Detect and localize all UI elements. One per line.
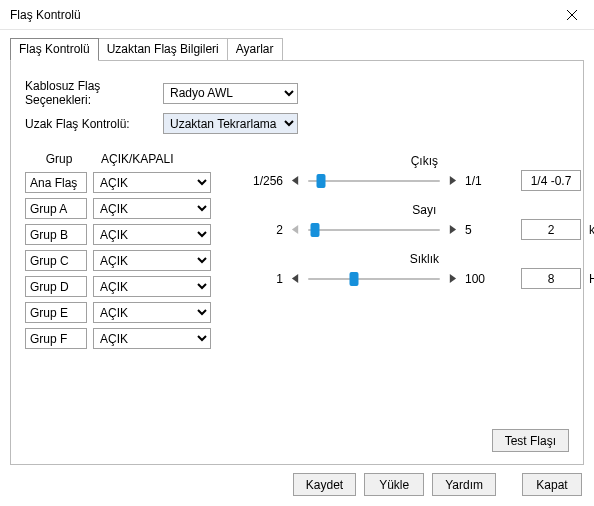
slider-freq-label: Sıklık	[241, 252, 594, 266]
tab-bar: Flaş Kontrolü Uzaktan Flaş Bilgileri Aya…	[0, 30, 594, 60]
window-title: Flaş Kontrolü	[10, 8, 81, 22]
group-name-main: Ana Flaş	[25, 172, 87, 193]
group-name-c: Grup C	[25, 250, 87, 271]
select-remote-control[interactable]: Uzaktan Tekrarlama	[163, 113, 298, 134]
slider-output-label: Çıkış	[241, 154, 594, 168]
slider-count-thumb[interactable]	[310, 223, 319, 237]
tab-flash-control[interactable]: Flaş Kontrolü	[10, 38, 99, 61]
svg-marker-5	[450, 225, 456, 234]
group-state-e[interactable]: AÇIK	[93, 302, 211, 323]
header-group: Grup	[25, 152, 93, 166]
svg-marker-2	[292, 176, 298, 185]
group-table-header: Grup AÇIK/KAPALI	[25, 152, 211, 166]
select-wireless-options[interactable]: Radyo AWL	[163, 83, 298, 104]
slider-count-value: 2	[521, 219, 581, 240]
slider-freq-decrement[interactable]	[287, 270, 304, 287]
save-button[interactable]: Kaydet	[293, 473, 356, 496]
slider-output-block: Çıkış 1/256 1/1 1/4 -0.7	[241, 154, 594, 191]
triangle-right-icon	[448, 225, 457, 234]
slider-output-track[interactable]	[308, 172, 440, 190]
group-row-c: Grup C AÇIK	[25, 250, 211, 271]
close-button[interactable]: Kapat	[522, 473, 582, 496]
group-row-b: Grup B AÇIK	[25, 224, 211, 245]
dialog-button-bar: Kaydet Yükle Yardım Kapat	[0, 465, 594, 496]
slider-freq-track[interactable]	[308, 270, 440, 288]
group-name-b: Grup B	[25, 224, 87, 245]
slider-freq-increment[interactable]	[444, 270, 461, 287]
triangle-right-icon	[448, 176, 457, 185]
slider-freq-unit: Hz	[589, 272, 594, 286]
group-state-d[interactable]: AÇIK	[93, 276, 211, 297]
group-name-d: Grup D	[25, 276, 87, 297]
label-remote-control: Uzak Flaş Kontrolü:	[25, 117, 163, 131]
group-row-a: Grup A AÇIK	[25, 198, 211, 219]
group-name-a: Grup A	[25, 198, 87, 219]
svg-marker-6	[292, 274, 298, 283]
tab-settings[interactable]: Ayarlar	[228, 38, 283, 60]
group-row-d: Grup D AÇIK	[25, 276, 211, 297]
slider-count-increment[interactable]	[444, 221, 461, 238]
slider-count-label: Sayı	[241, 203, 594, 217]
slider-count-unit: kez	[589, 223, 594, 237]
sliders-area: Çıkış 1/256 1/1 1/4 -0.7	[241, 152, 594, 354]
slider-count-max: 5	[465, 223, 497, 237]
group-slider-area: Grup AÇIK/KAPALI Ana Flaş AÇIK Grup A AÇ…	[25, 152, 569, 354]
titlebar: Flaş Kontrolü	[0, 0, 594, 30]
triangle-left-icon	[291, 176, 300, 185]
group-state-c[interactable]: AÇIK	[93, 250, 211, 271]
row-wireless-options: Kablosuz Flaş Seçenekleri: Radyo AWL	[25, 79, 569, 107]
group-name-e: Grup E	[25, 302, 87, 323]
slider-output-max: 1/1	[465, 174, 497, 188]
label-wireless-options: Kablosuz Flaş Seçenekleri:	[25, 79, 163, 107]
close-icon	[567, 10, 577, 20]
slider-count-min: 2	[241, 223, 283, 237]
svg-marker-4	[292, 225, 298, 234]
group-state-f[interactable]: AÇIK	[93, 328, 211, 349]
slider-output-min: 1/256	[241, 174, 283, 188]
group-table: Grup AÇIK/KAPALI Ana Flaş AÇIK Grup A AÇ…	[25, 152, 211, 354]
slider-output-value: 1/4 -0.7	[521, 170, 581, 191]
slider-count-block: Sayı 2 5 2 kez	[241, 203, 594, 240]
row-remote-control: Uzak Flaş Kontrolü: Uzaktan Tekrarlama	[25, 113, 569, 134]
slider-freq-max: 100	[465, 272, 497, 286]
group-row-e: Grup E AÇIK	[25, 302, 211, 323]
slider-freq-block: Sıklık 1 100 8 Hz	[241, 252, 594, 289]
triangle-right-icon	[448, 274, 457, 283]
svg-marker-7	[450, 274, 456, 283]
svg-marker-3	[450, 176, 456, 185]
slider-freq-thumb[interactable]	[350, 272, 359, 286]
slider-freq-value: 8	[521, 268, 581, 289]
slider-count-track[interactable]	[308, 221, 440, 239]
help-button[interactable]: Yardım	[432, 473, 496, 496]
slider-output-decrement[interactable]	[287, 172, 304, 189]
slider-output-thumb[interactable]	[317, 174, 326, 188]
group-state-a[interactable]: AÇIK	[93, 198, 211, 219]
triangle-left-icon	[291, 274, 300, 283]
triangle-left-icon	[291, 225, 300, 234]
window-close-button[interactable]	[549, 0, 594, 30]
group-name-f: Grup F	[25, 328, 87, 349]
group-row-main: Ana Flaş AÇIK	[25, 172, 211, 193]
slider-count-decrement[interactable]	[287, 221, 304, 238]
group-state-b[interactable]: AÇIK	[93, 224, 211, 245]
header-onoff: AÇIK/KAPALI	[93, 152, 211, 166]
test-flash-button[interactable]: Test Flaşı	[492, 429, 569, 452]
slider-freq-min: 1	[241, 272, 283, 286]
main-panel: Kablosuz Flaş Seçenekleri: Radyo AWL Uza…	[10, 60, 584, 465]
load-button[interactable]: Yükle	[364, 473, 424, 496]
tab-remote-flash-info[interactable]: Uzaktan Flaş Bilgileri	[99, 38, 228, 60]
group-state-main[interactable]: AÇIK	[93, 172, 211, 193]
slider-output-increment[interactable]	[444, 172, 461, 189]
group-row-f: Grup F AÇIK	[25, 328, 211, 349]
